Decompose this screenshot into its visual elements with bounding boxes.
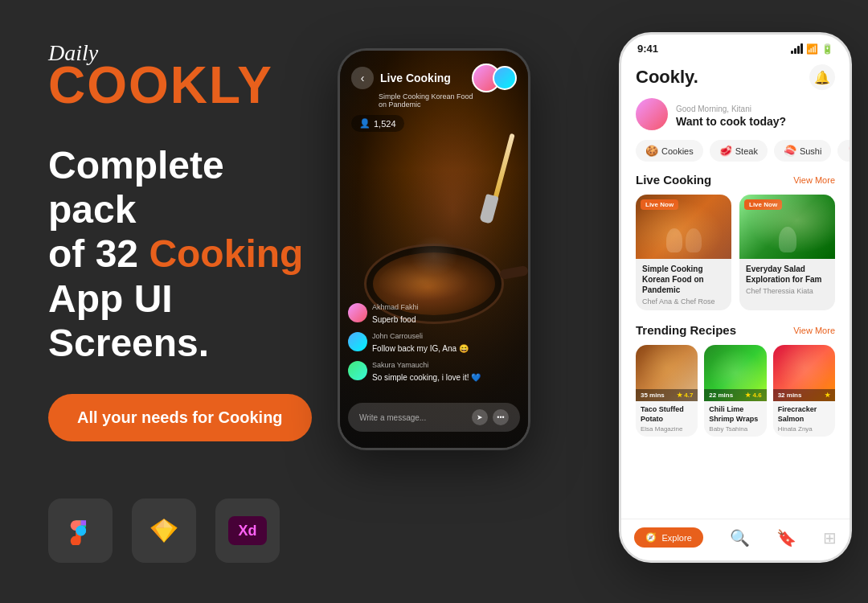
comment-avatar-1 xyxy=(348,303,367,322)
live-card-info-2: Everyday Salad Exploration for Fam Chef … xyxy=(739,259,835,300)
live-card-chef-1: Chef Ana & Chef Rose xyxy=(642,297,725,306)
live-card-2[interactable]: Live Now Everyday Salad Exploration for … xyxy=(739,195,835,310)
comment-text-3: Sakura Yamauchi So simple cooking, i lov… xyxy=(372,361,520,384)
sushi-label: Sushi xyxy=(800,146,822,156)
trend-time-3: 32 mins xyxy=(778,392,802,399)
trend-overlay-2: 22 mins ★ 4.6 xyxy=(704,389,766,401)
explore-label: Explore xyxy=(661,533,691,543)
live-section-title: Live Cooking xyxy=(636,173,711,187)
viewer-count-text: 1,524 xyxy=(374,119,396,129)
logo-area: Daily COOKLY xyxy=(48,40,321,111)
comment-text-1: Akhmad Fakhi Superb food xyxy=(372,303,520,326)
nav-grid[interactable]: ⊞ xyxy=(823,528,837,548)
trend-card-1[interactable]: 35 mins ★ 4.7 Taco Stuffed Potato Elsa M… xyxy=(636,345,698,437)
xd-icon: Xd xyxy=(228,516,267,545)
bottom-nav: 🧭 Explore 🔍 🔖 ⊞ xyxy=(621,519,850,560)
trend-card-title-2: Chili Lime Shrimp Wraps xyxy=(709,405,761,424)
live-card-title-1: Simple Cooking Korean Food on Pandemic xyxy=(642,264,725,295)
headline: Complete pack of 32 Cooking App UI Scree… xyxy=(48,143,321,365)
trending-section-title: Trending Recipes xyxy=(636,323,736,337)
greeting-row: Good Morning, Kitani Want to cook today? xyxy=(621,98,850,140)
explore-active: 🧭 Explore xyxy=(634,527,702,548)
spatula xyxy=(480,131,504,244)
trend-card-info-3: Firecracker Salmon Hinata Znya xyxy=(773,401,835,437)
sushi-emoji: 🍣 xyxy=(784,145,796,157)
live-view-more[interactable]: View More xyxy=(793,175,835,185)
live-title: Live Cooking xyxy=(380,72,465,84)
headline-part2: of 32 xyxy=(48,232,149,275)
chef-silhouette xyxy=(779,227,796,252)
tools-section: Xd xyxy=(48,498,321,563)
trending-cards: 35 mins ★ 4.7 Taco Stuffed Potato Elsa M… xyxy=(621,345,850,449)
live-card-info-1: Simple Cooking Korean Food on Pandemic C… xyxy=(636,259,731,310)
live-subtitle: Simple Cooking Korean Food on Pandemic xyxy=(379,92,483,109)
send-icon[interactable]: ➤ xyxy=(472,409,488,425)
trend-card-2[interactable]: 22 mins ★ 4.6 Chili Lime Shrimp Wraps Ba… xyxy=(704,345,766,437)
wifi-icon: 📶 xyxy=(806,43,818,55)
trend-card-title-1: Taco Stuffed Potato xyxy=(641,405,693,424)
comment-avatar-3 xyxy=(348,361,367,380)
live-card-chef-2: Chef Theressia Kiata xyxy=(746,287,829,295)
pill-sushi[interactable]: 🍣 Sushi xyxy=(774,140,832,162)
steak-label: Steak xyxy=(735,146,758,156)
message-bar[interactable]: Write a message... ➤ ••• xyxy=(348,403,520,432)
seafood-emoji: 🦞 xyxy=(847,145,850,157)
trend-card-3[interactable]: 32 mins ★ Firecracker Salmon Hinata Znya xyxy=(773,345,835,437)
comment-name-1: Akhmad Fakhi xyxy=(372,303,520,311)
comment-msg-1: Superb food xyxy=(372,315,416,324)
comment-msg-3: So simple cooking, i love it! 💙 xyxy=(372,373,481,382)
cookies-emoji: 🍪 xyxy=(645,145,658,157)
comment-name-2: John Carrouseli xyxy=(372,332,520,340)
nav-bookmark[interactable]: 🔖 xyxy=(776,528,796,548)
live-card-title-2: Everyday Salad Exploration for Fam xyxy=(746,264,829,285)
live-comments: Akhmad Fakhi Superb food John Carrouseli… xyxy=(348,303,520,384)
phone-app-inner: 9:41 📶 🔋 Cookly. 🔔 Good Morning, Kitani xyxy=(621,35,850,560)
trend-rating-3: ★ xyxy=(825,392,830,399)
live-card-img-1: Live Now xyxy=(636,195,731,259)
phone-live-inner: ‹ Live Cooking Simple Cooking Korean Foo… xyxy=(340,51,528,448)
live-avatars xyxy=(472,64,517,92)
battery-icon: 🔋 xyxy=(821,43,833,55)
live-cards: Live Now Simple Cooking Korean Food on P… xyxy=(621,195,850,323)
phone-app-ui: 9:41 📶 🔋 Cookly. 🔔 Good Morning, Kitani xyxy=(619,32,852,563)
signal-icon xyxy=(791,43,803,54)
comment-msg-2: Follow back my IG, Ana 😄 xyxy=(372,344,469,353)
live-section-header: Live Cooking View More xyxy=(621,173,850,195)
more-icon[interactable]: ••• xyxy=(493,409,509,425)
category-pills: 🍪 Cookies 🥩 Steak 🍣 Sushi 🦞 Seafd xyxy=(621,140,850,173)
live-avatar-2 xyxy=(493,66,517,90)
trend-card-info-2: Chili Lime Shrimp Wraps Baby Tsahina xyxy=(704,401,766,437)
live-card-1[interactable]: Live Now Simple Cooking Korean Food on P… xyxy=(636,195,731,310)
trend-img-1: 35 mins ★ 4.7 xyxy=(636,345,698,401)
nav-search[interactable]: 🔍 xyxy=(730,528,750,548)
greeting-text: Good Morning, Kitani Want to cook today? xyxy=(676,100,786,128)
left-section: Daily COOKLY Complete pack of 32 Cooking… xyxy=(0,0,370,603)
pill-steak[interactable]: 🥩 Steak xyxy=(710,140,768,162)
viewer-count: 👤 1,524 xyxy=(351,115,404,132)
trending-section-header: Trending Recipes View More xyxy=(621,323,850,345)
spatula-blade xyxy=(479,194,499,224)
back-button[interactable]: ‹ xyxy=(351,67,374,89)
trend-rating-1: ★ 4.7 xyxy=(677,392,693,399)
compass-icon: 🧭 xyxy=(645,532,657,543)
trending-view-more[interactable]: View More xyxy=(793,326,835,335)
trend-time-1: 35 mins xyxy=(641,392,665,399)
message-placeholder: Write a message... xyxy=(359,413,426,422)
figma-tool-card xyxy=(48,498,113,563)
notification-bell[interactable]: 🔔 xyxy=(809,64,835,90)
trend-card-title-3: Firecracker Salmon xyxy=(778,405,830,424)
cta-button[interactable]: All your needs for Cooking xyxy=(48,394,312,441)
comment-text-2: John Carrouseli Follow back my IG, Ana 😄 xyxy=(372,332,520,355)
pill-seafood[interactable]: 🦞 Seafd xyxy=(837,140,850,162)
sketch-tool-card xyxy=(132,498,196,563)
nav-explore[interactable]: 🧭 Explore xyxy=(634,527,702,548)
live-header: ‹ Live Cooking xyxy=(340,64,528,92)
trend-card-info-1: Taco Stuffed Potato Elsa Magazine xyxy=(636,401,698,437)
comment-avatar-2 xyxy=(348,332,367,351)
trend-card-chef-3: Hinata Znya xyxy=(778,425,830,433)
trend-overlay-1: 35 mins ★ 4.7 xyxy=(636,389,698,401)
pill-cookies[interactable]: 🍪 Cookies xyxy=(636,140,703,162)
headline-highlight: Cooking xyxy=(149,232,303,275)
steam xyxy=(410,236,458,276)
headline-part3: App UI Screens. xyxy=(48,277,209,364)
